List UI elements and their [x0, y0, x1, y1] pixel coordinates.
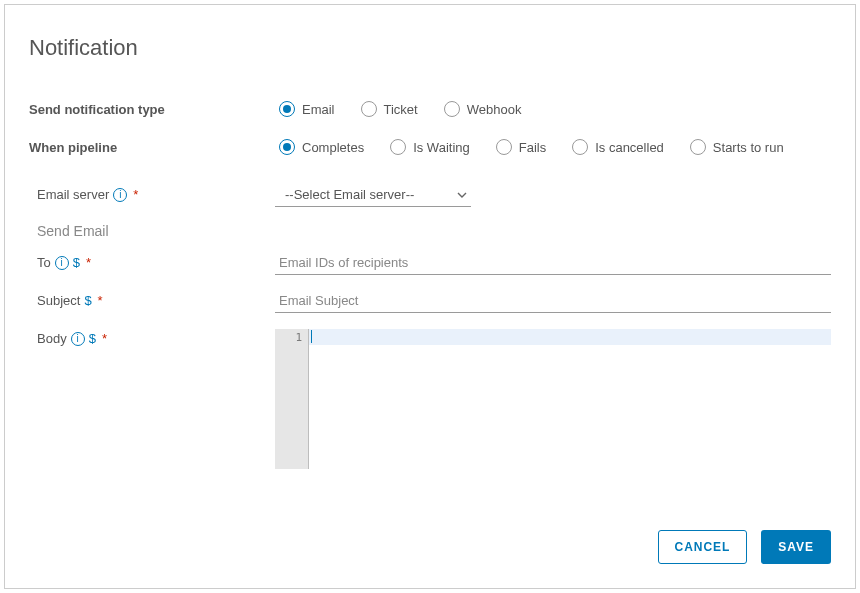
- radio-indicator: [279, 139, 295, 155]
- label-text: To: [37, 255, 51, 270]
- radio-cancelled[interactable]: Is cancelled: [572, 139, 664, 155]
- radio-webhook[interactable]: Webhook: [444, 101, 522, 117]
- row-to: To i $ *: [37, 253, 831, 275]
- radio-group-type: Email Ticket Webhook: [279, 101, 831, 117]
- info-icon[interactable]: i: [55, 256, 69, 270]
- label-subject: Subject $ *: [37, 291, 275, 308]
- radio-indicator: [690, 139, 706, 155]
- required-marker: *: [133, 187, 138, 202]
- body-editor[interactable]: 1: [275, 329, 831, 469]
- active-line-highlight: [309, 329, 831, 345]
- dialog-footer: CANCEL SAVE: [658, 530, 831, 564]
- dollar-icon[interactable]: $: [89, 331, 96, 346]
- email-section: Email server i * --Select Email server--…: [29, 185, 831, 469]
- radio-ticket[interactable]: Ticket: [361, 101, 418, 117]
- label-email-server: Email server i *: [37, 185, 275, 202]
- row-when-pipeline: When pipeline Completes Is Waiting Fails…: [29, 139, 831, 155]
- save-button[interactable]: SAVE: [761, 530, 831, 564]
- required-marker: *: [98, 293, 103, 308]
- radio-label: Webhook: [467, 102, 522, 117]
- label-body: Body i $ *: [37, 329, 275, 346]
- required-marker: *: [86, 255, 91, 270]
- radio-indicator: [361, 101, 377, 117]
- radio-indicator: [444, 101, 460, 117]
- radio-fails[interactable]: Fails: [496, 139, 546, 155]
- row-notification-type: Send notification type Email Ticket Webh…: [29, 101, 831, 117]
- editor-gutter: 1: [275, 329, 309, 469]
- info-icon[interactable]: i: [113, 188, 127, 202]
- text-cursor: [311, 330, 312, 343]
- radio-label: Is Waiting: [413, 140, 470, 155]
- label-to: To i $ *: [37, 253, 275, 270]
- section-send-email: Send Email: [37, 223, 831, 239]
- radio-label: Starts to run: [713, 140, 784, 155]
- radio-label: Email: [302, 102, 335, 117]
- row-email-server: Email server i * --Select Email server--: [37, 185, 831, 207]
- label-notification-type: Send notification type: [29, 102, 279, 117]
- to-input[interactable]: [275, 253, 831, 275]
- dialog-title: Notification: [29, 35, 831, 61]
- chevron-down-icon: [457, 190, 467, 200]
- editor-textarea[interactable]: [309, 329, 831, 469]
- radio-indicator: [279, 101, 295, 117]
- select-placeholder: --Select Email server--: [285, 187, 414, 202]
- row-subject: Subject $ *: [37, 291, 831, 313]
- required-marker: *: [102, 331, 107, 346]
- label-text: Email server: [37, 187, 109, 202]
- info-icon[interactable]: i: [71, 332, 85, 346]
- line-number: 1: [275, 331, 302, 344]
- radio-label: Completes: [302, 140, 364, 155]
- radio-label: Fails: [519, 140, 546, 155]
- radio-label: Is cancelled: [595, 140, 664, 155]
- row-body: Body i $ * 1: [37, 329, 831, 469]
- radio-indicator: [390, 139, 406, 155]
- email-server-select[interactable]: --Select Email server--: [275, 185, 471, 207]
- cancel-button[interactable]: CANCEL: [658, 530, 748, 564]
- radio-indicator: [496, 139, 512, 155]
- radio-group-when: Completes Is Waiting Fails Is cancelled …: [279, 139, 831, 155]
- label-text: Body: [37, 331, 67, 346]
- dollar-icon[interactable]: $: [84, 293, 91, 308]
- radio-starts[interactable]: Starts to run: [690, 139, 784, 155]
- radio-email[interactable]: Email: [279, 101, 335, 117]
- radio-completes[interactable]: Completes: [279, 139, 364, 155]
- notification-dialog: Notification Send notification type Emai…: [4, 4, 856, 589]
- radio-indicator: [572, 139, 588, 155]
- radio-label: Ticket: [384, 102, 418, 117]
- label-text: Subject: [37, 293, 80, 308]
- dollar-icon[interactable]: $: [73, 255, 80, 270]
- label-when-pipeline: When pipeline: [29, 140, 279, 155]
- subject-input[interactable]: [275, 291, 831, 313]
- radio-waiting[interactable]: Is Waiting: [390, 139, 470, 155]
